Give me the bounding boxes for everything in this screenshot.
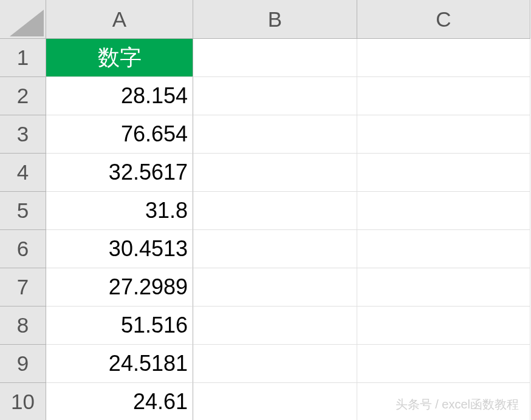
cell-a2[interactable]: 28.154 (46, 77, 193, 115)
row-header-6[interactable]: 6 (0, 230, 46, 268)
col-header-c[interactable]: C (357, 0, 530, 39)
row-header-3[interactable]: 3 (0, 115, 46, 154)
cell-b2[interactable] (193, 77, 357, 115)
cell-a6[interactable]: 30.4513 (46, 230, 193, 268)
cell-b7[interactable] (193, 268, 357, 307)
cell-c2[interactable] (357, 77, 530, 115)
cell-c4[interactable] (357, 154, 530, 192)
cell-a9[interactable]: 24.5181 (46, 345, 193, 383)
col-header-a[interactable]: A (46, 0, 193, 39)
cell-b10[interactable] (193, 383, 357, 420)
cell-c9[interactable] (357, 345, 530, 383)
spreadsheet-grid: A B C 1 数字 2 28.154 3 76.654 4 32.5617 5… (0, 0, 531, 420)
cell-a7[interactable]: 27.2989 (46, 268, 193, 307)
cell-a1[interactable]: 数字 (46, 39, 193, 77)
cell-b1[interactable] (193, 39, 357, 77)
row-header-10[interactable]: 10 (0, 383, 46, 420)
cell-c3[interactable] (357, 115, 530, 154)
col-header-b[interactable]: B (193, 0, 357, 39)
cell-b9[interactable] (193, 345, 357, 383)
row-header-8[interactable]: 8 (0, 307, 46, 345)
cell-a4[interactable]: 32.5617 (46, 154, 193, 192)
cell-c1[interactable] (357, 39, 530, 77)
cell-a10[interactable]: 24.61 (46, 383, 193, 420)
cell-b5[interactable] (193, 192, 357, 230)
row-header-5[interactable]: 5 (0, 192, 46, 230)
row-header-7[interactable]: 7 (0, 268, 46, 307)
cell-b4[interactable] (193, 154, 357, 192)
cell-c6[interactable] (357, 230, 530, 268)
row-header-4[interactable]: 4 (0, 154, 46, 192)
cell-c5[interactable] (357, 192, 530, 230)
cell-c8[interactable] (357, 307, 530, 345)
cell-c7[interactable] (357, 268, 530, 307)
cell-a3[interactable]: 76.654 (46, 115, 193, 154)
cell-b3[interactable] (193, 115, 357, 154)
cell-a8[interactable]: 51.516 (46, 307, 193, 345)
select-all-corner[interactable] (0, 0, 46, 39)
row-header-1[interactable]: 1 (0, 39, 46, 77)
watermark-text: 头条号 / excel函数教程 (396, 396, 519, 413)
cell-a5[interactable]: 31.8 (46, 192, 193, 230)
row-header-2[interactable]: 2 (0, 77, 46, 115)
row-header-9[interactable]: 9 (0, 345, 46, 383)
cell-b6[interactable] (193, 230, 357, 268)
cell-b8[interactable] (193, 307, 357, 345)
